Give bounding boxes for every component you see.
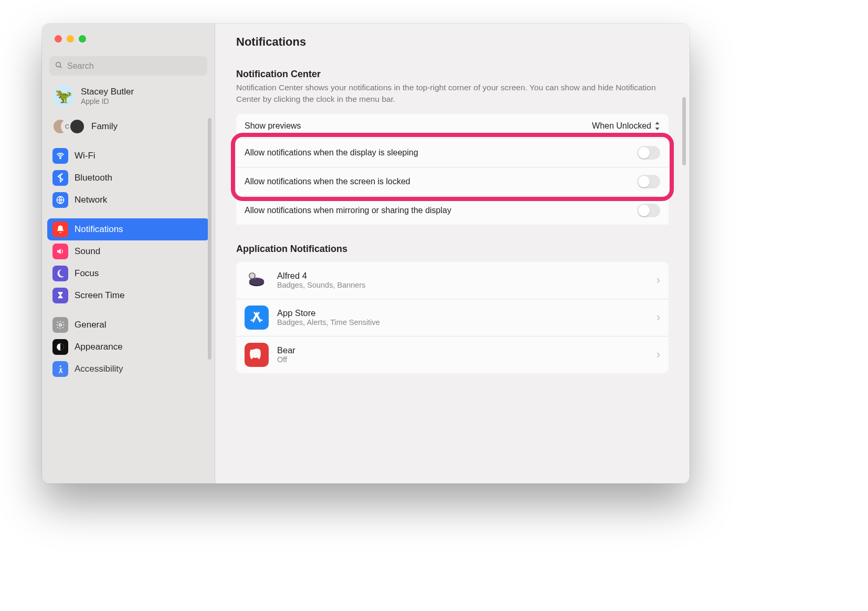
notification-center-card: Show previewsWhen UnlockedAllow notifica… — [236, 114, 669, 225]
chevron-right-icon: › — [657, 348, 660, 362]
toggle-switch[interactable] — [637, 175, 660, 188]
svg-point-0 — [56, 62, 61, 67]
accessibility-icon — [52, 361, 68, 377]
sidebar-item-focus[interactable]: Focus — [47, 262, 209, 285]
section-title: Application Notifications — [236, 244, 669, 255]
page-title: Notifications — [236, 35, 669, 49]
sidebar-item-label: Accessibility — [75, 364, 123, 374]
sidebar-item-screen-time[interactable]: Screen Time — [47, 285, 209, 307]
sidebar-item-label: General — [75, 320, 106, 330]
user-sub: Apple ID — [81, 97, 134, 106]
close-window-button[interactable] — [55, 35, 62, 43]
chevron-right-icon: › — [657, 273, 660, 287]
notification-center-section: Notification Center Notification Center … — [236, 69, 669, 106]
user-avatar: 🦖 — [52, 85, 75, 107]
sidebar-item-sound[interactable]: Sound — [47, 240, 209, 262]
app-sub: Badges, Alerts, Time Sensitive — [277, 318, 380, 326]
sidebar-item-general[interactable]: General — [47, 314, 209, 336]
appstore-icon — [245, 306, 269, 330]
app-sub: Badges, Sounds, Banners — [277, 281, 365, 289]
show-previews-select[interactable]: When Unlocked — [592, 121, 660, 131]
user-name: Stacey Butler — [81, 87, 134, 97]
setting-row: Allow notifications when the display is … — [236, 138, 669, 167]
bear-icon — [245, 343, 269, 367]
sidebar-item-bluetooth[interactable]: Bluetooth — [47, 167, 209, 189]
sidebar-item-wi-fi[interactable]: Wi-Fi — [47, 145, 209, 167]
focus-icon — [52, 266, 68, 281]
search-icon — [55, 61, 63, 71]
sidebar-scrollbar[interactable] — [208, 118, 211, 360]
toggle-switch[interactable] — [637, 146, 660, 160]
svg-point-6 — [60, 365, 61, 367]
app-notification-row[interactable]: Alfred 4Badges, Sounds, Banners› — [236, 262, 669, 299]
sidebar-item-label: Notifications — [75, 224, 123, 235]
family-avatars: CL — [52, 119, 85, 134]
general-icon — [52, 317, 68, 333]
sidebar-item-label: Wi-Fi — [75, 151, 96, 161]
app-notifications-card: Alfred 4Badges, Sounds, Banners›App Stor… — [236, 262, 669, 373]
app-notification-row[interactable]: BearOff› — [236, 336, 669, 373]
bluetooth-icon — [52, 170, 68, 186]
row-label: Allow notifications when mirroring or sh… — [245, 206, 451, 215]
section-desc: Notification Center shows your notificat… — [236, 82, 669, 106]
bell-icon — [52, 222, 68, 237]
sidebar-item-label: Appearance — [75, 342, 123, 352]
sidebar-item-label: Focus — [75, 268, 99, 279]
svg-line-1 — [60, 66, 61, 68]
app-name: Alfred 4 — [277, 271, 365, 281]
alfred-icon — [245, 268, 269, 292]
app-name: App Store — [277, 308, 380, 318]
svg-point-4 — [59, 324, 62, 326]
setting-row: Show previewsWhen Unlocked — [236, 114, 669, 138]
chevron-up-down-icon — [654, 122, 660, 130]
page-header: Notifications — [215, 24, 690, 55]
setting-row: Allow notifications when mirroring or sh… — [236, 196, 669, 225]
sidebar-scroll: 🦖 Stacey Butler Apple ID CL Family Wi-Fi… — [42, 83, 215, 483]
app-notifications-section: Application Notifications Alfred 4Badges… — [236, 244, 669, 373]
wifi-icon — [52, 148, 68, 164]
app-notification-row[interactable]: App StoreBadges, Alerts, Time Sensitive› — [236, 299, 669, 336]
row-label: Allow notifications when the display is … — [245, 148, 418, 157]
sidebar-item-label: Bluetooth — [75, 173, 112, 183]
sidebar-family[interactable]: CL Family — [47, 115, 209, 138]
sidebar-item-notifications[interactable]: Notifications — [47, 218, 209, 240]
sidebar-apple-id[interactable]: 🦖 Stacey Butler Apple ID — [47, 83, 209, 112]
sidebar-item-network[interactable]: Network — [47, 189, 209, 211]
sound-icon — [52, 244, 68, 259]
sidebar-item-accessibility[interactable]: Accessibility — [47, 358, 209, 380]
setting-row: Allow notifications when the screen is l… — [236, 167, 669, 196]
minimize-window-button[interactable] — [67, 35, 74, 43]
sidebar-item-label: Network — [75, 195, 107, 205]
sidebar: 🦖 Stacey Butler Apple ID CL Family Wi-Fi… — [42, 24, 215, 483]
appearance-icon — [52, 339, 68, 355]
toggle-switch[interactable] — [637, 204, 660, 217]
app-sub: Off — [277, 355, 295, 364]
screentime-icon — [52, 288, 68, 303]
sidebar-item-label: Screen Time — [75, 290, 124, 301]
main-content: Notifications Notification Center Notifi… — [215, 24, 690, 483]
sidebar-item-label: Family — [91, 121, 118, 132]
app-name: Bear — [277, 345, 295, 355]
chevron-right-icon: › — [657, 311, 660, 324]
svg-point-2 — [60, 158, 61, 159]
section-title: Notification Center — [236, 69, 669, 80]
zoom-window-button[interactable] — [79, 35, 86, 43]
sidebar-item-label: Sound — [75, 246, 100, 257]
row-label: Allow notifications when the screen is l… — [245, 177, 410, 186]
search-input[interactable] — [67, 61, 202, 71]
select-value: When Unlocked — [592, 121, 651, 131]
settings-window: 🦖 Stacey Butler Apple ID CL Family Wi-Fi… — [42, 24, 690, 483]
search-field[interactable] — [49, 56, 207, 76]
network-icon — [52, 192, 68, 208]
sidebar-item-appearance[interactable]: Appearance — [47, 336, 209, 358]
window-controls — [42, 24, 215, 43]
row-label: Show previews — [245, 121, 301, 131]
main-scrollbar[interactable] — [682, 97, 686, 165]
